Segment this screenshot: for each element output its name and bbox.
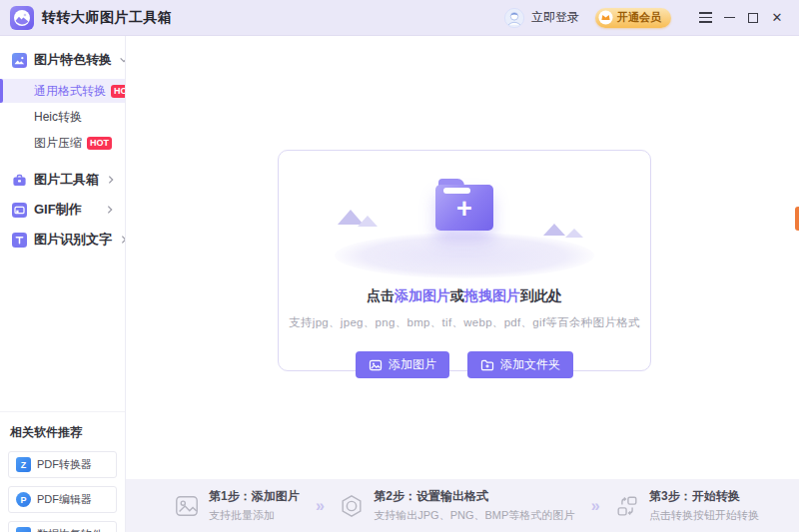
chevron-right-icon (119, 235, 126, 245)
add-folder-label: 添加文件夹 (500, 356, 560, 373)
upload-headline: 点击添加图片或拖拽图片到此处 (367, 287, 562, 305)
chevron-right-icon (105, 205, 115, 215)
step-1: 第1步：添加图片 支持批量添加 (174, 488, 300, 523)
crown-icon (598, 10, 613, 25)
headline-drag-images-link: 拖拽图片 (464, 287, 520, 303)
sidebar-group-label: GIF制作 (34, 201, 82, 219)
pdf-editor-icon: P (16, 492, 31, 507)
text-recognize-icon (12, 233, 27, 248)
related-software-title: 相关软件推荐 (10, 424, 115, 441)
headline-text: 点击 (367, 287, 395, 303)
upload-illustration: + (330, 177, 599, 278)
step-2: 第2步：设置输出格式 支持输出JPG、PNG、BMP等格式的图片 (339, 488, 574, 523)
sidebar: 图片特色转换 通用格式转换 HOT Heic转换 图片压缩 HOT (0, 36, 126, 532)
sidebar-group-image-special-convert[interactable]: 图片特色转换 (0, 45, 125, 75)
sidebar-subitem-label: Heic转换 (34, 109, 82, 126)
hot-badge: HOT (111, 85, 126, 98)
step3-convert-icon (614, 493, 640, 519)
related-software-pdf-converter[interactable]: Z PDF转换器 (8, 451, 117, 478)
toolbox-icon (12, 173, 27, 188)
upload-dropzone[interactable]: + 点击添加图片或拖拽图片到此处 支持jpg、jpeg、png、bmp、tif、… (278, 150, 651, 371)
sidebar-group-gif-maker[interactable]: GIF制作 (0, 195, 125, 225)
mountain-decor (543, 221, 565, 236)
related-software-data-recovery[interactable]: Q 数据恢复软件 (8, 521, 117, 532)
mountain-decor (358, 213, 378, 227)
avatar[interactable] (503, 7, 525, 29)
headline-text: 或 (450, 287, 464, 303)
vip-button[interactable]: 开通会员 (595, 8, 671, 28)
image-convert-icon (12, 53, 27, 68)
pdf-converter-icon: Z (16, 457, 31, 472)
minimize-icon (724, 17, 735, 19)
chevron-right-icon (106, 175, 116, 185)
close-button[interactable]: ✕ (765, 6, 789, 30)
step-arrow-icon: » (591, 497, 598, 515)
app-window: 转转大师图片工具箱 立即登录 开通会员 (0, 0, 799, 532)
sidebar-group-image-ocr[interactable]: 图片识别文字 (0, 225, 125, 255)
maximize-icon (748, 13, 758, 23)
titlebar-right: 立即登录 开通会员 ✕ (503, 6, 789, 30)
sidebar-item-universal-format-convert[interactable]: 通用格式转换 HOT (0, 79, 125, 103)
titlebar-left: 转转大师图片工具箱 (10, 6, 173, 30)
related-software-section: 相关软件推荐 Z PDF转换器 P PDF编辑器 Q 数据恢复软件 (0, 411, 125, 532)
titlebar: 转转大师图片工具箱 立即登录 开通会员 (0, 0, 799, 36)
vip-label: 开通会员 (617, 10, 661, 25)
app-logo-icon (10, 6, 34, 30)
floating-edge-widget[interactable] (795, 207, 799, 231)
sidebar-group-label: 图片工具箱 (34, 171, 99, 189)
sidebar-item-heic-convert[interactable]: Heic转换 (0, 105, 125, 129)
step-arrow-icon: » (316, 497, 323, 515)
headline-text: 到此处 (520, 287, 562, 303)
minimize-button[interactable] (717, 6, 741, 30)
step1-desc: 支持批量添加 (209, 508, 300, 523)
related-software-label: PDF转换器 (37, 457, 92, 472)
add-images-button[interactable]: 添加图片 (356, 351, 449, 378)
hot-badge: HOT (87, 137, 112, 150)
hamburger-icon (699, 12, 712, 23)
supported-formats-hint: 支持jpg、jpeg、png、bmp、tif、webp、pdf、gif等百余种图… (289, 315, 640, 330)
mountain-decor (565, 226, 583, 238)
add-folder-plus-icon: + (435, 179, 493, 231)
step1-image-icon (174, 493, 200, 519)
related-software-label: PDF编辑器 (37, 492, 92, 507)
add-folder-button[interactable]: 添加文件夹 (467, 351, 573, 378)
steps-bar: 第1步：添加图片 支持批量添加 » 第2步：设置输出格式 支持输出JPG、PNG… (126, 479, 799, 532)
step2-title: 第2步：设置输出格式 (374, 488, 574, 505)
step1-title: 第1步：添加图片 (209, 488, 300, 505)
step3-title: 第3步：开始转换 (649, 488, 759, 505)
app-title: 转转大师图片工具箱 (42, 9, 173, 27)
maximize-button[interactable] (741, 6, 765, 30)
step2-settings-icon (339, 493, 365, 519)
add-images-label: 添加图片 (389, 356, 436, 373)
sidebar-group-label: 图片识别文字 (34, 231, 112, 249)
step-3: 第3步：开始转换 点击转换按钮开始转换 (614, 488, 759, 523)
related-software-label: 数据恢复软件 (37, 527, 103, 532)
step2-desc: 支持输出JPG、PNG、BMP等格式的图片 (374, 508, 574, 523)
image-icon (369, 358, 383, 372)
sidebar-nav: 图片特色转换 通用格式转换 HOT Heic转换 图片压缩 HOT (0, 36, 125, 255)
login-link[interactable]: 立即登录 (531, 9, 579, 26)
related-software-pdf-editor[interactable]: P PDF编辑器 (8, 486, 117, 513)
headline-add-images-link[interactable]: 添加图片 (395, 287, 450, 303)
sidebar-item-image-compress[interactable]: 图片压缩 HOT (0, 131, 125, 155)
sidebar-subitems: 通用格式转换 HOT Heic转换 图片压缩 HOT (0, 79, 125, 155)
sidebar-group-label: 图片特色转换 (34, 51, 112, 69)
upload-buttons: 添加图片 添加文件夹 (356, 351, 573, 378)
folder-icon (480, 358, 494, 372)
step3-desc: 点击转换按钮开始转换 (649, 508, 759, 523)
shadow-ellipse (335, 233, 594, 278)
chevron-down-icon (119, 55, 126, 65)
menu-button[interactable] (693, 6, 717, 30)
gif-icon (12, 203, 27, 218)
sidebar-subitem-label: 通用格式转换 (34, 83, 106, 100)
sidebar-subitem-label: 图片压缩 (34, 135, 82, 152)
data-recovery-icon: Q (16, 527, 31, 532)
sidebar-group-image-toolbox[interactable]: 图片工具箱 (0, 165, 125, 195)
main-content: + 点击添加图片或拖拽图片到此处 支持jpg、jpeg、png、bmp、tif、… (126, 36, 799, 479)
